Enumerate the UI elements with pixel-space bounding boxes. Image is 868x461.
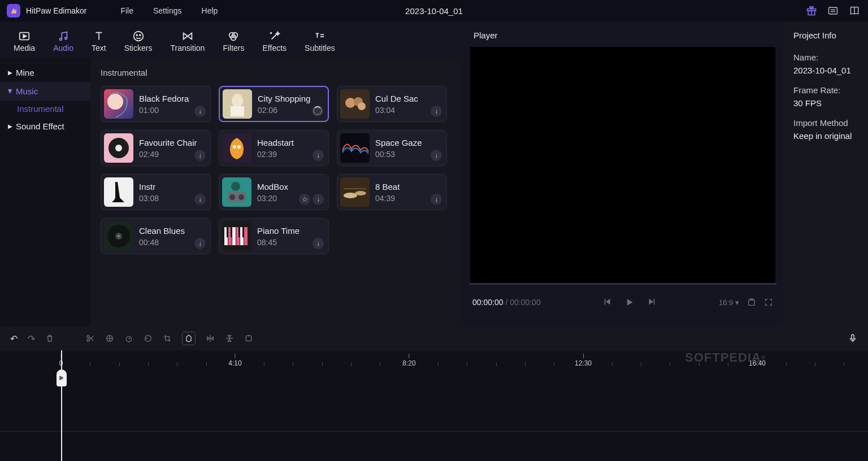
audio-card[interactable]: Piano Time08:45 ↓: [219, 218, 329, 254]
list-icon[interactable]: [827, 5, 839, 16]
svg-point-36: [237, 145, 241, 149]
menu-file[interactable]: File: [120, 6, 133, 15]
tab-subtitles[interactable]: Subtitles: [305, 30, 335, 53]
player-right-controls: 16:9 ▾: [719, 298, 773, 307]
rotate-icon[interactable]: [144, 334, 153, 343]
track-area[interactable]: [0, 371, 868, 461]
playhead[interactable]: [61, 350, 62, 461]
audio-card[interactable]: Space Gaze00:53 ↓: [337, 130, 447, 166]
sidebar-music[interactable]: ▶Music: [0, 82, 90, 101]
aspect-ratio[interactable]: 16:9 ▾: [719, 298, 739, 307]
svg-point-40: [231, 182, 240, 191]
download-icon[interactable]: ↓: [313, 194, 324, 205]
card-title: Favourite Chair: [139, 137, 197, 149]
card-title: Headstart: [257, 137, 294, 149]
download-icon[interactable]: ↓: [194, 194, 206, 205]
info-import-value: Keep in original: [793, 131, 858, 141]
ruler-minor-tick: [409, 363, 410, 366]
tab-text[interactable]: Text: [92, 30, 106, 53]
track-divider: [0, 431, 868, 432]
download-icon[interactable]: ↓: [313, 150, 324, 161]
speed-icon[interactable]: [124, 334, 133, 343]
svg-rect-79: [246, 336, 251, 341]
audio-thumb: [104, 89, 133, 119]
flip-icon[interactable]: [225, 334, 234, 343]
playhead-handle[interactable]: [57, 369, 67, 386]
audio-card[interactable]: Instr03:08 ↓: [101, 174, 211, 210]
split-icon[interactable]: [86, 334, 95, 343]
card-title: Black Fedora: [139, 93, 189, 105]
timeline[interactable]: 0 4:10 8:20 12:30 16:40 SOFTPEDIA®: [0, 350, 868, 461]
mirror-icon[interactable]: [206, 334, 215, 343]
freeze-icon[interactable]: [244, 334, 253, 343]
ruler-minor-tick: [380, 363, 380, 366]
card-title: Cul De Sac: [375, 93, 418, 105]
watermark: SOFTPEDIA®: [685, 350, 766, 365]
audio-card[interactable]: Clean Blues00:48 ↓: [101, 218, 211, 254]
audio-card[interactable]: 8 Beat04:39 ↓: [337, 174, 447, 210]
tab-transition[interactable]: Transition: [170, 30, 205, 53]
card-duration: 08:45: [257, 238, 300, 247]
redo-icon[interactable]: ↷: [28, 333, 35, 344]
menu-help[interactable]: Help: [202, 6, 218, 15]
card-title: Clean Blues: [139, 225, 185, 237]
ruler-minor-tick: [844, 363, 844, 366]
svg-rect-53: [227, 227, 228, 237]
sidebar-instrumental[interactable]: Instrumental: [0, 101, 90, 117]
card-duration: 00:53: [375, 150, 422, 159]
next-frame-icon[interactable]: [646, 297, 657, 308]
audio-card[interactable]: Black Fedora01:00 ↓: [101, 86, 211, 122]
sidebar-sound-effect[interactable]: ▶Sound Effect: [0, 117, 90, 136]
download-icon[interactable]: ↓: [194, 150, 206, 161]
svg-rect-54: [231, 227, 232, 237]
tab-filters[interactable]: Filters: [223, 30, 244, 53]
download-icon[interactable]: ↓: [313, 238, 324, 249]
download-icon[interactable]: ↓: [431, 106, 442, 117]
project-info-panel: Project Info Name: 2023-10-04_01 Frame R…: [783, 21, 868, 327]
info-name-value: 2023-10-04_01: [793, 66, 858, 75]
snapshot-icon[interactable]: [747, 298, 756, 307]
favorite-icon[interactable]: ☆: [299, 194, 310, 205]
delete-icon[interactable]: [45, 334, 54, 343]
player-progress[interactable]: [469, 283, 776, 285]
tab-media[interactable]: Media: [14, 30, 35, 53]
ruler-minor-tick: [525, 363, 526, 366]
gift-icon[interactable]: [806, 5, 817, 16]
audio-thumb: [104, 177, 133, 207]
menu-settings[interactable]: Settings: [153, 6, 182, 15]
guide-icon[interactable]: [849, 5, 860, 16]
play-icon[interactable]: [624, 297, 635, 308]
sidebar-mine[interactable]: ▶Mine: [0, 63, 90, 82]
undo-icon[interactable]: ↶: [10, 333, 18, 344]
audio-card[interactable]: Favourite Chair02:49 ↓: [101, 130, 211, 166]
svg-point-13: [133, 32, 143, 41]
crop-tool-icon[interactable]: [105, 334, 114, 343]
audio-card[interactable]: Headstart02:39 ↓: [219, 130, 329, 166]
download-icon[interactable]: ↓: [431, 194, 442, 205]
crop-icon[interactable]: [163, 334, 172, 343]
sidebar: ▶Mine ▶Music Instrumental ▶Sound Effect: [0, 58, 90, 327]
download-icon[interactable]: ↓: [194, 106, 206, 117]
svg-point-71: [126, 337, 131, 342]
time-current: 00:00:00: [472, 298, 504, 307]
download-icon[interactable]: ↓: [431, 150, 442, 161]
download-icon[interactable]: ↓: [194, 238, 206, 249]
tab-audio[interactable]: Audio: [53, 30, 73, 53]
card-title: Piano Time: [257, 225, 300, 237]
audio-card[interactable]: ModBox03:20 ☆ ↓: [219, 174, 329, 210]
audio-card[interactable]: City Shopping02:06: [219, 86, 329, 122]
svg-point-46: [118, 235, 120, 237]
fullscreen-icon[interactable]: [764, 298, 773, 307]
svg-point-38: [229, 194, 235, 200]
ruler-minor-tick: [148, 363, 149, 366]
audio-card[interactable]: Cul De Sac03:04 ↓: [337, 86, 447, 122]
microphone-icon[interactable]: [848, 333, 858, 343]
prev-frame-icon[interactable]: [602, 297, 613, 308]
svg-point-82: [60, 376, 62, 378]
filters-icon: [227, 30, 240, 42]
video-preview[interactable]: [470, 47, 775, 283]
marker-icon[interactable]: [182, 332, 196, 345]
card-info: Instr03:08: [139, 181, 159, 203]
tab-effects[interactable]: Effects: [263, 30, 287, 53]
tab-stickers[interactable]: Stickers: [124, 30, 153, 53]
